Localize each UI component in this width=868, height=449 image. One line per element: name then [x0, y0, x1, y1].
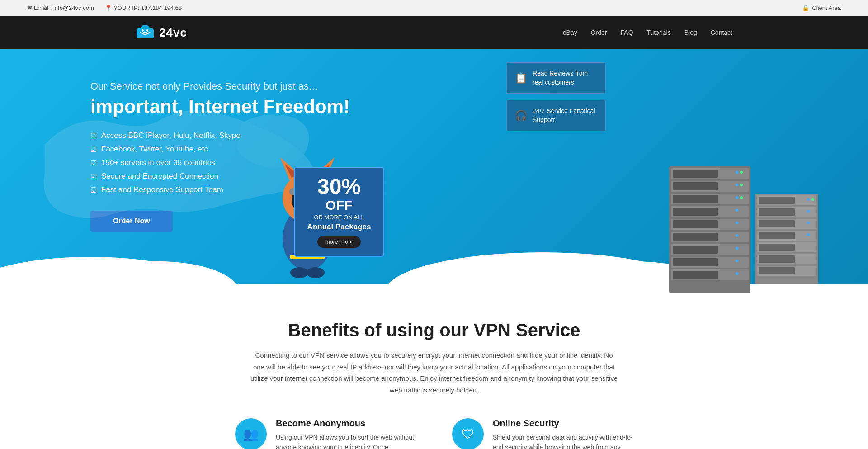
svg-point-5 — [153, 165, 156, 168]
svg-point-62 — [736, 260, 738, 262]
svg-rect-49 — [673, 246, 718, 254]
benefit-anonymous: 👥 Become Anonymous Using our VPN allows … — [235, 418, 416, 449]
svg-rect-75 — [759, 232, 795, 239]
svg-rect-74 — [759, 220, 795, 227]
svg-point-52 — [736, 171, 738, 174]
nav-contact[interactable]: Contact — [711, 29, 732, 36]
svg-point-61 — [736, 247, 738, 250]
benefits-grid: 👥 Become Anonymous Using our VPN allows … — [136, 418, 732, 449]
svg-rect-50 — [673, 258, 718, 266]
benefit-security-text: Shield your personal data and activity w… — [493, 432, 633, 449]
svg-rect-48 — [673, 233, 718, 241]
svg-point-3 — [142, 29, 144, 31]
promo-or-more: OR MORE ON ALL — [305, 214, 373, 221]
svg-point-80 — [811, 198, 814, 201]
svg-rect-45 — [673, 195, 718, 203]
svg-point-60 — [736, 234, 738, 237]
svg-point-82 — [807, 222, 810, 224]
nav-faq[interactable]: FAQ — [621, 29, 633, 36]
svg-point-6 — [108, 156, 112, 160]
svg-point-55 — [740, 184, 743, 186]
nav-blog[interactable]: Blog — [684, 29, 697, 36]
benefit-security-title: Online Security — [493, 418, 633, 429]
nav-links: eBay Order FAQ Tutorials Blog Contact — [563, 29, 732, 36]
servers-area — [665, 157, 823, 293]
navbar: 24vc eBay Order FAQ Tutorials Blog Conta… — [0, 16, 868, 49]
ip-label: 📍 YOUR IP: 137.184.194.63 — [105, 5, 182, 11]
promo-more-info-button[interactable]: more info » — [317, 236, 361, 248]
svg-rect-46 — [673, 208, 718, 216]
promo-off: OFF — [305, 198, 373, 213]
svg-point-54 — [736, 184, 738, 186]
reviews-text: Read Reviews from real customers — [533, 69, 597, 87]
top-bar-left: ✉ Email : info@24vc.com 📍 YOUR IP: 137.1… — [27, 5, 182, 11]
client-area-link[interactable]: Client Area — [812, 5, 841, 11]
support-text: 24/7 Service Fanatical Support — [533, 107, 597, 124]
nav-tutorials[interactable]: Tutorials — [647, 29, 671, 36]
svg-rect-78 — [759, 267, 795, 274]
svg-rect-47 — [673, 220, 718, 228]
servers-svg — [665, 157, 823, 293]
logo-icon — [136, 24, 155, 41]
support-icon: 🎧 — [515, 110, 527, 122]
svg-point-57 — [740, 196, 743, 199]
svg-point-4 — [146, 29, 148, 31]
svg-point-9 — [188, 174, 191, 177]
svg-point-59 — [736, 222, 738, 224]
support-card[interactable]: 🎧 24/7 Service Fanatical Support — [506, 100, 606, 131]
svg-point-53 — [740, 171, 743, 174]
lock-icon: 🔒 — [802, 5, 809, 11]
benefits-section: Benefits of using our VPN Service Connec… — [0, 293, 868, 449]
svg-rect-44 — [673, 182, 718, 190]
svg-point-81 — [807, 210, 810, 213]
side-cards: 📋 Read Reviews from real customers 🎧 24/… — [506, 62, 606, 131]
svg-point-58 — [736, 209, 738, 212]
nav-ebay[interactable]: eBay — [563, 29, 577, 36]
svg-rect-72 — [759, 197, 795, 204]
benefit-anonymous-content: Become Anonymous Using our VPN allows yo… — [276, 418, 416, 449]
svg-point-8 — [262, 156, 266, 160]
svg-rect-43 — [673, 170, 718, 178]
brand-name: 24vc — [159, 26, 187, 40]
svg-rect-73 — [759, 208, 795, 216]
svg-point-30 — [290, 267, 308, 278]
benefit-security: 🛡 Online Security Shield your personal d… — [452, 418, 633, 449]
benefits-description: Connecting to our VPN service allows you… — [249, 350, 619, 396]
svg-rect-76 — [759, 244, 795, 251]
svg-point-31 — [307, 267, 325, 278]
promo-percent: 30% — [305, 176, 373, 198]
svg-point-63 — [736, 272, 738, 275]
svg-point-56 — [736, 196, 738, 199]
svg-point-7 — [218, 143, 222, 147]
svg-rect-51 — [673, 271, 718, 279]
top-bar-right: 🔒 Client Area — [802, 5, 841, 11]
anonymous-icon: 👥 — [235, 418, 267, 449]
benefit-anonymous-text: Using our VPN allows you to surf the web… — [276, 432, 416, 449]
email-label: ✉ Email : info@24vc.com — [27, 5, 94, 11]
top-bar: ✉ Email : info@24vc.com 📍 YOUR IP: 137.1… — [0, 0, 868, 16]
reviews-card[interactable]: 📋 Read Reviews from real customers — [506, 62, 606, 94]
logo[interactable]: 24vc — [136, 24, 187, 41]
benefits-title: Benefits of using our VPN Service — [136, 320, 732, 340]
promo-badge: 30% OFF OR MORE ON ALL Annual Packages m… — [294, 167, 384, 257]
benefit-anonymous-title: Become Anonymous — [276, 418, 416, 429]
hero-section: Our Service not only Provides Security b… — [0, 49, 868, 293]
svg-rect-77 — [759, 255, 795, 263]
promo-annual: Annual Packages — [305, 222, 373, 232]
reviews-icon: 📋 — [515, 72, 527, 84]
svg-point-83 — [807, 233, 810, 236]
svg-point-79 — [807, 198, 810, 201]
nav-order[interactable]: Order — [591, 29, 607, 36]
benefit-security-content: Online Security Shield your personal dat… — [493, 418, 633, 449]
security-icon: 🛡 — [452, 418, 484, 449]
